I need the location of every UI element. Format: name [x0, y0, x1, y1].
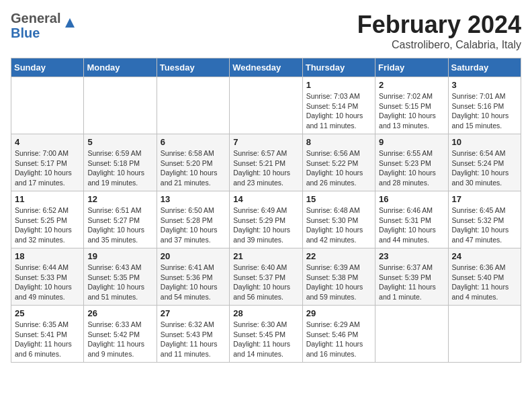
day-info: Sunrise: 6:46 AM Sunset: 5:31 PM Dayligh…	[379, 205, 444, 245]
svg-marker-0	[65, 18, 75, 28]
day-number: 22	[306, 251, 371, 261]
table-row: 13Sunrise: 6:50 AM Sunset: 5:28 PM Dayli…	[157, 191, 229, 248]
table-row: 6Sunrise: 6:58 AM Sunset: 5:20 PM Daylig…	[157, 134, 229, 191]
title-area: February 2024 Castrolibero, Calabria, It…	[357, 11, 521, 51]
calendar-week-2: 4Sunrise: 7:00 AM Sunset: 5:17 PM Daylig…	[11, 134, 521, 191]
table-row	[448, 306, 521, 363]
day-info: Sunrise: 6:52 AM Sunset: 5:25 PM Dayligh…	[15, 205, 80, 245]
day-number: 16	[379, 194, 444, 204]
table-row: 17Sunrise: 6:45 AM Sunset: 5:32 PM Dayli…	[448, 191, 521, 248]
day-number: 2	[379, 80, 444, 90]
table-row	[230, 77, 302, 134]
day-info: Sunrise: 6:45 AM Sunset: 5:32 PM Dayligh…	[452, 205, 517, 245]
col-friday: Friday	[375, 58, 448, 77]
day-number: 6	[161, 137, 226, 147]
table-row: 1Sunrise: 7:03 AM Sunset: 5:14 PM Daylig…	[302, 77, 375, 134]
day-number: 20	[161, 251, 226, 261]
day-number: 23	[379, 251, 444, 261]
table-row: 10Sunrise: 6:54 AM Sunset: 5:24 PM Dayli…	[448, 134, 521, 191]
month-title: February 2024	[357, 11, 521, 39]
day-number: 26	[87, 308, 152, 318]
day-number: 3	[452, 80, 517, 90]
day-info: Sunrise: 6:32 AM Sunset: 5:43 PM Dayligh…	[161, 320, 226, 359]
day-info: Sunrise: 6:36 AM Sunset: 5:40 PM Dayligh…	[452, 263, 517, 302]
table-row: 26Sunrise: 6:33 AM Sunset: 5:42 PM Dayli…	[84, 306, 157, 363]
table-row: 22Sunrise: 6:39 AM Sunset: 5:38 PM Dayli…	[302, 248, 375, 306]
day-info: Sunrise: 7:01 AM Sunset: 5:16 PM Dayligh…	[452, 91, 517, 131]
day-info: Sunrise: 6:59 AM Sunset: 5:18 PM Dayligh…	[87, 148, 152, 188]
day-number: 7	[233, 137, 298, 147]
day-number: 19	[87, 251, 152, 261]
day-number: 18	[15, 251, 80, 261]
day-number: 5	[87, 137, 152, 147]
table-row: 28Sunrise: 6:30 AM Sunset: 5:45 PM Dayli…	[230, 306, 302, 363]
logo-text: General Blue	[11, 11, 60, 40]
table-row: 16Sunrise: 6:46 AM Sunset: 5:31 PM Dayli…	[375, 191, 448, 248]
calendar-body: 1Sunrise: 7:03 AM Sunset: 5:14 PM Daylig…	[11, 77, 521, 363]
day-info: Sunrise: 6:41 AM Sunset: 5:36 PM Dayligh…	[161, 263, 226, 302]
day-number: 1	[306, 80, 371, 90]
col-tuesday: Tuesday	[157, 58, 229, 77]
col-sunday: Sunday	[11, 58, 84, 77]
day-info: Sunrise: 6:37 AM Sunset: 5:39 PM Dayligh…	[379, 263, 444, 302]
day-info: Sunrise: 6:56 AM Sunset: 5:22 PM Dayligh…	[306, 148, 371, 188]
table-row: 12Sunrise: 6:51 AM Sunset: 5:27 PM Dayli…	[84, 191, 157, 248]
day-number: 28	[233, 308, 298, 318]
calendar-week-5: 25Sunrise: 6:35 AM Sunset: 5:41 PM Dayli…	[11, 306, 521, 363]
table-row: 18Sunrise: 6:44 AM Sunset: 5:33 PM Dayli…	[11, 248, 84, 306]
table-row: 23Sunrise: 6:37 AM Sunset: 5:39 PM Dayli…	[375, 248, 448, 306]
day-info: Sunrise: 6:35 AM Sunset: 5:41 PM Dayligh…	[15, 320, 80, 359]
table-row: 21Sunrise: 6:40 AM Sunset: 5:37 PM Dayli…	[230, 248, 302, 306]
table-row: 15Sunrise: 6:48 AM Sunset: 5:30 PM Dayli…	[302, 191, 375, 248]
table-row: 19Sunrise: 6:43 AM Sunset: 5:35 PM Dayli…	[84, 248, 157, 306]
table-row	[11, 77, 84, 134]
day-info: Sunrise: 6:39 AM Sunset: 5:38 PM Dayligh…	[306, 263, 371, 302]
day-info: Sunrise: 6:40 AM Sunset: 5:37 PM Dayligh…	[233, 263, 298, 302]
calendar-week-3: 11Sunrise: 6:52 AM Sunset: 5:25 PM Dayli…	[11, 191, 521, 248]
day-info: Sunrise: 7:03 AM Sunset: 5:14 PM Dayligh…	[306, 91, 371, 131]
table-row: 11Sunrise: 6:52 AM Sunset: 5:25 PM Dayli…	[11, 191, 84, 248]
header: General Blue February 2024 Castrolibero,…	[11, 11, 521, 51]
day-number: 14	[233, 194, 298, 204]
day-info: Sunrise: 6:50 AM Sunset: 5:28 PM Dayligh…	[161, 205, 226, 245]
table-row: 2Sunrise: 7:02 AM Sunset: 5:15 PM Daylig…	[375, 77, 448, 134]
day-info: Sunrise: 7:02 AM Sunset: 5:15 PM Dayligh…	[379, 91, 444, 131]
day-info: Sunrise: 6:43 AM Sunset: 5:35 PM Dayligh…	[87, 263, 152, 302]
day-number: 25	[15, 308, 80, 318]
table-row: 25Sunrise: 6:35 AM Sunset: 5:41 PM Dayli…	[11, 306, 84, 363]
day-number: 9	[379, 137, 444, 147]
table-row	[375, 306, 448, 363]
col-saturday: Saturday	[448, 58, 521, 77]
day-info: Sunrise: 6:57 AM Sunset: 5:21 PM Dayligh…	[233, 148, 298, 188]
table-row: 14Sunrise: 6:49 AM Sunset: 5:29 PM Dayli…	[230, 191, 302, 248]
table-row: 9Sunrise: 6:55 AM Sunset: 5:23 PM Daylig…	[375, 134, 448, 191]
table-row	[84, 77, 157, 134]
day-number: 4	[15, 137, 80, 147]
col-wednesday: Wednesday	[230, 58, 302, 77]
calendar-header: Sunday Monday Tuesday Wednesday Thursday…	[11, 58, 521, 77]
day-info: Sunrise: 6:48 AM Sunset: 5:30 PM Dayligh…	[306, 205, 371, 245]
location: Castrolibero, Calabria, Italy	[357, 39, 521, 51]
day-number: 17	[452, 194, 517, 204]
day-number: 10	[452, 137, 517, 147]
day-info: Sunrise: 6:55 AM Sunset: 5:23 PM Dayligh…	[379, 148, 444, 188]
table-row: 7Sunrise: 6:57 AM Sunset: 5:21 PM Daylig…	[230, 134, 302, 191]
day-info: Sunrise: 6:44 AM Sunset: 5:33 PM Dayligh…	[15, 263, 80, 302]
day-number: 12	[87, 194, 152, 204]
day-info: Sunrise: 6:49 AM Sunset: 5:29 PM Dayligh…	[233, 205, 298, 245]
day-number: 29	[306, 308, 371, 318]
day-number: 24	[452, 251, 517, 261]
table-row: 3Sunrise: 7:01 AM Sunset: 5:16 PM Daylig…	[448, 77, 521, 134]
calendar-table: Sunday Monday Tuesday Wednesday Thursday…	[11, 58, 521, 363]
day-info: Sunrise: 7:00 AM Sunset: 5:17 PM Dayligh…	[15, 148, 80, 188]
day-info: Sunrise: 6:30 AM Sunset: 5:45 PM Dayligh…	[233, 320, 298, 359]
weekday-row: Sunday Monday Tuesday Wednesday Thursday…	[11, 58, 521, 77]
table-row: 27Sunrise: 6:32 AM Sunset: 5:43 PM Dayli…	[157, 306, 229, 363]
table-row: 29Sunrise: 6:29 AM Sunset: 5:46 PM Dayli…	[302, 306, 375, 363]
calendar-week-1: 1Sunrise: 7:03 AM Sunset: 5:14 PM Daylig…	[11, 77, 521, 134]
table-row	[157, 77, 229, 134]
col-thursday: Thursday	[302, 58, 375, 77]
table-row: 24Sunrise: 6:36 AM Sunset: 5:40 PM Dayli…	[448, 248, 521, 306]
day-info: Sunrise: 6:29 AM Sunset: 5:46 PM Dayligh…	[306, 320, 371, 359]
table-row: 8Sunrise: 6:56 AM Sunset: 5:22 PM Daylig…	[302, 134, 375, 191]
